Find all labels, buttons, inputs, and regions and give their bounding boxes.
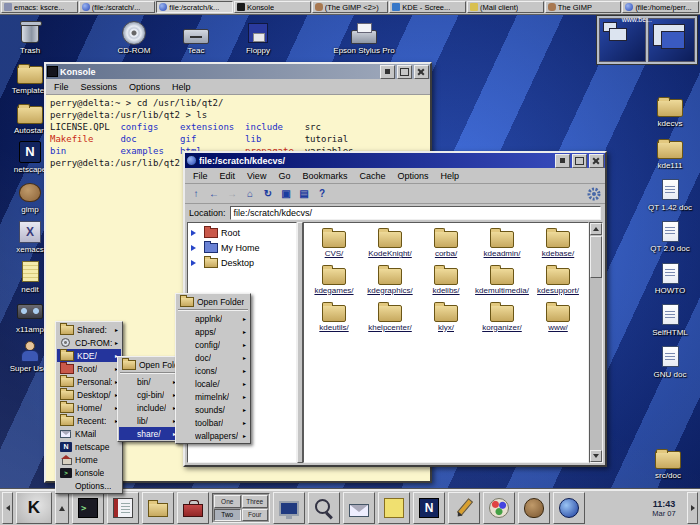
close-button[interactable] <box>414 65 429 79</box>
desktop-icon-selfhtml[interactable]: SelfHTML <box>642 303 698 338</box>
toolbox-button[interactable] <box>177 492 209 524</box>
scroll-down-button[interactable] <box>590 450 602 462</box>
taskbar-button-konsole[interactable]: Konsole <box>234 1 311 13</box>
menu-item-open-folder[interactable]: Open Folder <box>177 295 249 308</box>
menu-item-home[interactable]: Home <box>57 453 121 466</box>
paste-button[interactable]: ▤ <box>296 186 312 201</box>
window-list-button[interactable] <box>55 492 69 524</box>
konsole-menu-sessions[interactable]: Sessions <box>75 81 124 93</box>
konqueror-titlebar[interactable]: file:/scratch/kdecvs/ <box>185 153 605 168</box>
folder-corba[interactable]: corba/ <box>418 231 474 259</box>
location-input[interactable]: file:/scratch/kdecvs/ <box>230 206 601 220</box>
desktop-icon-cd-rom[interactable]: CD-ROM <box>106 21 162 56</box>
konqueror-menu-edit[interactable]: Edit <box>214 170 242 182</box>
close-button[interactable] <box>589 154 604 168</box>
pager-desktop-four[interactable]: Four <box>242 509 269 522</box>
desktop-icon-howto[interactable]: HOWTO <box>642 261 698 296</box>
menu-item-doc[interactable]: doc/▸ <box>177 351 249 364</box>
konqueror-menu-cache[interactable]: Cache <box>353 170 391 182</box>
folder-kdebase[interactable]: kdebase/ <box>530 231 586 259</box>
menu-item-shared[interactable]: Shared:▸ <box>57 323 121 336</box>
kpaint-button[interactable] <box>483 492 515 524</box>
kpager-desktop-thumb[interactable] <box>599 18 646 62</box>
pager-desktop-two[interactable]: Two <box>214 509 241 522</box>
panel-hide-right-button[interactable] <box>687 492 698 524</box>
kmail-button[interactable] <box>343 492 375 524</box>
desktop-icon-trash[interactable]: Trash <box>2 21 58 56</box>
desktop-icon-kdecvs[interactable]: kdecvs <box>642 94 698 129</box>
pager-desktop-three[interactable]: Three <box>242 495 269 508</box>
desktop-icon-epson-stylus-pro[interactable]: Epson Stylus Pro <box>328 21 400 56</box>
scroll-up-button[interactable] <box>590 223 602 235</box>
menu-item-icons[interactable]: icons/▸ <box>177 364 249 377</box>
desktop-icon-floppy[interactable]: Floppy <box>230 21 286 56</box>
tree-item-root[interactable]: Root <box>189 225 295 240</box>
taskbar-button-emacs-kscre[interactable]: emacs: kscre... <box>1 1 78 13</box>
taskbar-button-mail-client[interactable]: (Mail client) <box>467 1 544 13</box>
folder-klyx[interactable]: klyx/ <box>418 305 474 333</box>
minimize-button[interactable] <box>555 154 570 168</box>
up-button[interactable]: ↑ <box>188 186 204 201</box>
tree-item-desktop[interactable]: Desktop <box>189 255 295 270</box>
konsole-menu-help[interactable]: Help <box>166 81 197 93</box>
folder-kdeadmin[interactable]: kdeadmin/ <box>474 231 530 259</box>
folder-www[interactable]: www/ <box>530 305 586 333</box>
panel-hide-left-button[interactable] <box>2 492 13 524</box>
taskbar-button-file-scratch[interactable]: (file:/scratch/... <box>79 1 156 13</box>
home-folder-button[interactable] <box>142 492 174 524</box>
menu-item-cgi-bin[interactable]: cgi-bin/▸ <box>119 388 179 401</box>
menu-item-netscape[interactable]: netscape <box>57 440 121 453</box>
reload-button[interactable]: ↻ <box>260 186 276 201</box>
desktop-icon-qt-1-42-doc[interactable]: QT 1.42 doc <box>642 178 698 213</box>
folder-kdesupport[interactable]: kdesupport/ <box>530 268 586 296</box>
menu-item-options[interactable]: Options... <box>57 479 121 492</box>
menu-item-home[interactable]: Home/▸ <box>57 401 121 414</box>
copy-button[interactable]: ▣ <box>278 186 294 201</box>
netscape-button[interactable] <box>413 492 445 524</box>
konsole-menu-file[interactable]: File <box>48 81 75 93</box>
menu-item-applnk[interactable]: applnk/▸ <box>177 312 249 325</box>
konqueror-menu-go[interactable]: Go <box>272 170 296 182</box>
menu-item-sounds[interactable]: sounds/▸ <box>177 403 249 416</box>
menu-item-lib[interactable]: lib/▸ <box>119 414 179 427</box>
menu-item-apps[interactable]: apps/▸ <box>177 325 249 338</box>
menu-item-recent[interactable]: Recent:▸ <box>57 414 121 427</box>
taskbar-button-the-gimp[interactable]: The GIMP <box>545 1 622 13</box>
konqueror-menu-help[interactable]: Help <box>434 170 465 182</box>
forward-button[interactable]: → <box>224 186 240 201</box>
taskbar-button-kde-scree[interactable]: KDE - Scree... <box>389 1 466 13</box>
konqueror-menu-view[interactable]: View <box>241 170 272 182</box>
maximize-button[interactable] <box>572 154 587 168</box>
menu-item-konsole[interactable]: konsole <box>57 466 121 479</box>
folder-khelpcenter[interactable]: khelpcenter/ <box>362 305 418 333</box>
back-button[interactable]: ← <box>206 186 222 201</box>
folder-kdegraphics[interactable]: kdegraphics/ <box>362 268 418 296</box>
menu-item-bin[interactable]: bin/▸ <box>119 375 179 388</box>
tree-item-my-home[interactable]: My Home <box>189 240 295 255</box>
menu-item-root[interactable]: Root/▸ <box>57 362 121 375</box>
desktop-icon-kde111[interactable]: kde111 <box>642 136 698 171</box>
menu-item-desktop[interactable]: Desktop/▸ <box>57 388 121 401</box>
pen-button[interactable] <box>448 492 480 524</box>
konqueror-menu-file[interactable]: File <box>187 170 214 182</box>
menu-item-cd-rom[interactable]: CD-ROM:▸ <box>57 336 121 349</box>
folder-kdeutils[interactable]: kdeutils/ <box>306 305 362 333</box>
taskbar-button-the-gimp-2[interactable]: (The GIMP <2>) <box>312 1 389 13</box>
folder-kdemultimedia[interactable]: kdemultimedia/ <box>474 268 530 296</box>
knotes-button[interactable] <box>378 492 410 524</box>
scrollbar-thumb[interactable] <box>590 236 602 278</box>
taskbar-button-file-home-perr[interactable]: (file:/home/perr... <box>622 1 699 13</box>
taskbar-button-file-scratch-k[interactable]: file:/scratch/k... <box>156 1 233 13</box>
find-button[interactable] <box>308 492 340 524</box>
folder-kdelibs[interactable]: kdelibs/ <box>418 268 474 296</box>
konsole-menu-options[interactable]: Options <box>123 81 166 93</box>
konsole-button[interactable] <box>72 492 104 524</box>
menu-item-config[interactable]: config/▸ <box>177 338 249 351</box>
menu-item-share[interactable]: share/▸ <box>119 427 179 440</box>
menu-item-locale[interactable]: locale/▸ <box>177 377 249 390</box>
help-button[interactable]: ? <box>314 186 330 201</box>
menu-item-kmail[interactable]: KMail <box>57 427 121 440</box>
vertical-scrollbar[interactable] <box>589 222 603 463</box>
konsole-titlebar[interactable]: Konsole <box>46 64 430 79</box>
desktop-icon-qt-2-0-doc[interactable]: QT 2.0 doc <box>642 219 698 254</box>
